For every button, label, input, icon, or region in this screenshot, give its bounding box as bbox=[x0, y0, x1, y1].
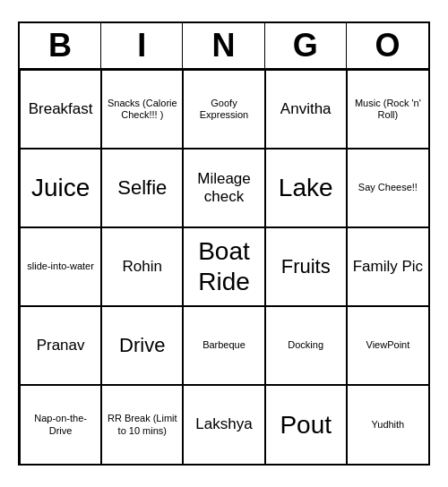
bingo-cell: Breakfast bbox=[20, 70, 101, 149]
bingo-cell: Goofy Expression bbox=[183, 70, 264, 149]
bingo-cell: Pout bbox=[265, 385, 347, 464]
header-letter: B bbox=[20, 23, 101, 68]
bingo-cell: Family Pic bbox=[347, 227, 428, 306]
header-letter: G bbox=[265, 23, 347, 68]
bingo-cell: Anvitha bbox=[265, 70, 347, 149]
bingo-cell: Juice bbox=[20, 149, 101, 227]
bingo-cell: Nap-on-the-Drive bbox=[20, 385, 101, 464]
bingo-cell: Docking bbox=[265, 306, 347, 385]
header-letter: O bbox=[347, 23, 428, 68]
bingo-cell: Say Cheese!! bbox=[347, 149, 428, 227]
header-letter: I bbox=[101, 23, 183, 68]
bingo-cell: Rohin bbox=[101, 227, 183, 306]
bingo-cell: Lakshya bbox=[183, 385, 264, 464]
bingo-cell: Mileage check bbox=[183, 149, 264, 227]
bingo-cell: Snacks (Calorie Check!!! ) bbox=[101, 70, 183, 149]
bingo-cell: Lake bbox=[265, 149, 347, 227]
bingo-grid: BreakfastSnacks (Calorie Check!!! )Goofy… bbox=[20, 70, 428, 464]
bingo-cell: Music (Rock 'n' Roll) bbox=[347, 70, 428, 149]
bingo-cell: ViewPoint bbox=[347, 306, 428, 385]
bingo-cell: Boat Ride bbox=[183, 227, 264, 306]
bingo-card: BINGO BreakfastSnacks (Calorie Check!!! … bbox=[18, 21, 430, 466]
bingo-cell: RR Break (Limit to 10 mins) bbox=[101, 385, 183, 464]
bingo-cell: Yudhith bbox=[347, 385, 428, 464]
bingo-cell: Selfie bbox=[101, 149, 183, 227]
bingo-cell: Fruits bbox=[265, 227, 347, 306]
header-letter: N bbox=[183, 23, 264, 68]
bingo-cell: slide-into-water bbox=[20, 227, 101, 306]
bingo-cell: Barbeque bbox=[183, 306, 264, 385]
bingo-cell: Pranav bbox=[20, 306, 101, 385]
bingo-cell: Drive bbox=[101, 306, 183, 385]
bingo-header: BINGO bbox=[20, 23, 428, 70]
